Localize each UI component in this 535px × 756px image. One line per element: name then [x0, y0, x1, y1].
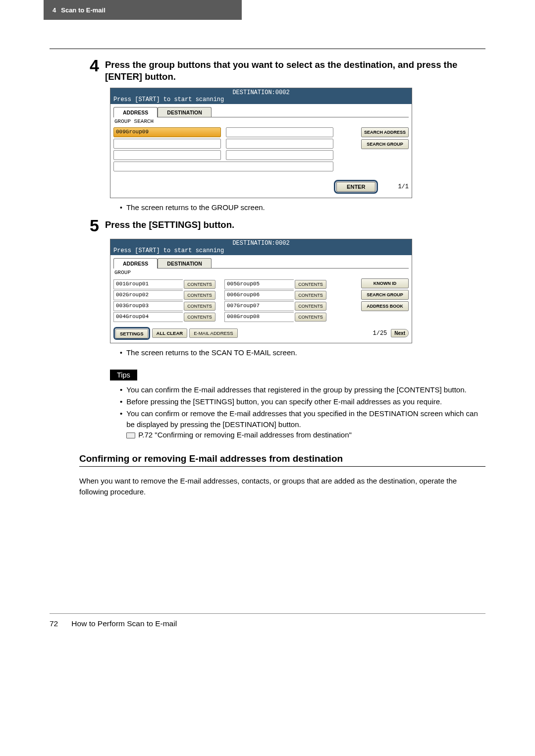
tip-text: You can confirm the E-mail addresses tha… [126, 384, 466, 395]
contents-button[interactable]: CONTENTS [295, 313, 326, 322]
step-title: Press the group buttons that you want to… [105, 57, 485, 83]
step-4: 4 Press the group buttons that you want … [79, 57, 485, 83]
screen-body: 009Group09 SEARCH ADDRESS SEARCH GROUP [110, 125, 412, 180]
group-item[interactable]: 003Group03 [113, 301, 183, 311]
sub-paragraph: When you want to remove the E-mail addre… [79, 476, 485, 497]
enter-row: ENTER 1/1 [110, 180, 412, 198]
group-item[interactable]: 004Group04 [113, 312, 183, 322]
group-item[interactable]: 005Group05 [224, 279, 294, 289]
page-footer: 72 How to Perform Scan to E-mail [50, 619, 177, 628]
group-item[interactable]: 008Group08 [224, 312, 294, 322]
contents-button[interactable]: CONTENTS [184, 291, 215, 300]
scan-prompt: Press [START] to start scanning [110, 96, 412, 103]
tip-item: • You can confirm or remove the E-mail a… [120, 408, 485, 440]
all-clear-button[interactable]: ALL CLEAR [152, 328, 188, 338]
step-5: 5 Press the [SETTINGS] button. [79, 217, 485, 234]
destination-count: DESTINATION:0002 [110, 89, 412, 96]
contents-button[interactable]: CONTENTS [184, 280, 215, 289]
tips-badge: Tips [110, 370, 137, 380]
group-button-empty[interactable] [226, 139, 333, 149]
address-book-button[interactable]: ADDRESS BOOK [361, 301, 409, 311]
main-content: 4 Press the group buttons that you want … [79, 57, 485, 497]
email-address-button[interactable]: E-MAIL ADDRESS [189, 328, 237, 338]
tab-address[interactable]: ADDRESS [113, 107, 158, 117]
bullet-icon: • [120, 408, 122, 440]
tip-item: •Before pressing the [SETTINGS] button, … [120, 396, 485, 407]
bullet-icon: • [120, 348, 122, 358]
tip-item: •You can confirm the E-mail addresses th… [120, 384, 485, 395]
destination-count: DESTINATION:0002 [110, 240, 412, 247]
contents-button[interactable]: CONTENTS [295, 291, 326, 300]
chapter-title: Scan to E-mail [61, 6, 106, 14]
page-header: 4 Scan to E-mail [44, 0, 242, 20]
contents-button[interactable]: CONTENTS [295, 280, 326, 289]
group-button-empty[interactable] [113, 150, 221, 160]
groups-grid: 001Group01CONTENTS 002Group02CONTENTS 00… [113, 278, 328, 324]
screen-header: DESTINATION:0002 Press [START] to start … [110, 239, 412, 255]
header-rule [50, 49, 485, 49]
group-item[interactable]: 006Group06 [224, 290, 294, 300]
subheading-rule [79, 466, 485, 467]
tab-underline [113, 268, 409, 269]
bullet-icon: • [120, 384, 122, 395]
group-button-empty[interactable] [113, 162, 333, 171]
tip-text-inner: You can confirm or remove the E-mail add… [126, 409, 478, 429]
bullet-icon: • [120, 396, 122, 407]
groups-col-left: 001Group01CONTENTS 002Group02CONTENTS 00… [113, 279, 217, 323]
screen-body: 001Group01CONTENTS 002Group02CONTENTS 00… [110, 276, 412, 325]
group-item[interactable]: 002Group02 [113, 290, 183, 300]
book-icon [126, 432, 135, 438]
tip-text: You can confirm or remove the E-mail add… [126, 408, 485, 440]
screen-header: DESTINATION:0002 Press [START] to start … [110, 88, 412, 104]
page-number: 72 [50, 619, 69, 628]
contents-button[interactable]: CONTENTS [295, 302, 326, 311]
step-number: 5 [79, 217, 99, 234]
enter-highlight: ENTER [334, 180, 378, 194]
page-indicator: 1/1 [398, 183, 409, 190]
known-id-button[interactable]: KNOWN ID [361, 278, 409, 288]
contents-button[interactable]: CONTENTS [184, 313, 215, 322]
settings-highlight: SETTINGS [113, 327, 150, 340]
tab-destination[interactable]: DESTINATION [158, 107, 211, 117]
chapter-number: 4 [53, 6, 56, 14]
settings-button[interactable]: SETTINGS [115, 329, 148, 338]
tabs: ADDRESS DESTINATION [110, 255, 412, 269]
bullet-icon: • [120, 203, 122, 213]
side-buttons: KNOWN ID SEARCH GROUP ADDRESS BOOK [361, 278, 409, 324]
group-button-empty[interactable] [226, 150, 333, 160]
search-group-button[interactable]: SEARCH GROUP [361, 139, 409, 149]
tab-destination[interactable]: DESTINATION [158, 258, 211, 269]
tab-address[interactable]: ADDRESS [113, 258, 158, 269]
breadcrumb: GROUP SEARCH [110, 117, 412, 125]
note-text: The screen returns to the GROUP screen. [126, 203, 265, 213]
group-item[interactable]: 007Group07 [224, 301, 294, 311]
side-buttons: SEARCH ADDRESS SEARCH GROUP [339, 127, 409, 149]
group-item[interactable]: 001Group01 [113, 279, 183, 289]
group-button-selected[interactable]: 009Group09 [113, 127, 221, 137]
tab-underline [113, 117, 409, 117]
screen-group-list: DESTINATION:0002 Press [START] to start … [110, 239, 412, 343]
contents-button[interactable]: CONTENTS [184, 302, 215, 311]
search-group-button[interactable]: SEARCH GROUP [361, 290, 409, 300]
note-return-scan: • The screen returns to the SCAN TO E-MA… [120, 348, 485, 358]
search-address-button[interactable]: SEARCH ADDRESS [361, 127, 409, 137]
enter-button[interactable]: ENTER [336, 182, 375, 192]
note-text: The screen returns to the SCAN TO E-MAIL… [126, 348, 297, 358]
group-button-empty[interactable] [113, 139, 221, 149]
next-button[interactable]: Next [391, 329, 409, 337]
group-slots: 009Group09 [113, 127, 333, 173]
step-number: 4 [79, 57, 99, 83]
tabs: ADDRESS DESTINATION [110, 104, 412, 117]
breadcrumb: GROUP [110, 269, 412, 276]
step-title: Press the [SETTINGS] button. [105, 217, 485, 234]
groups-col-right: 005Group05CONTENTS 006Group06CONTENTS 00… [224, 279, 328, 323]
group-button-empty[interactable] [226, 127, 333, 137]
note-return-group: • The screen returns to the GROUP screen… [120, 203, 485, 213]
tips-list: •You can confirm the E-mail addresses th… [120, 384, 485, 440]
screen-group-search: DESTINATION:0002 Press [START] to start … [110, 88, 412, 198]
screen-footer: SETTINGS ALL CLEAR E-MAIL ADDRESS 1/25 N… [110, 325, 412, 343]
footer-rule [50, 613, 485, 614]
tip-reference: P.72 "Confirming or removing E-mail addr… [138, 431, 352, 439]
scan-prompt: Press [START] to start scanning [110, 247, 412, 254]
subheading: Confirming or removing E-mail addresses … [79, 453, 485, 464]
